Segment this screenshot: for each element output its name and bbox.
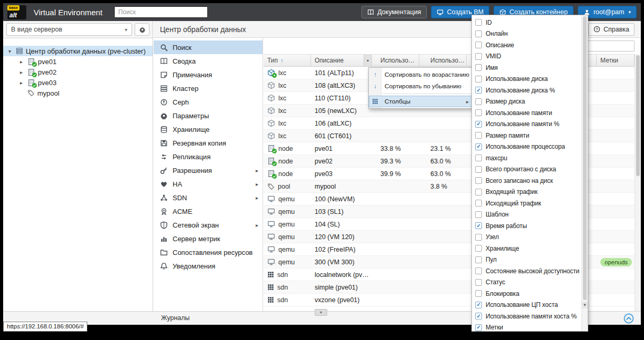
- column-toggle-item[interactable]: VMID: [472, 51, 581, 63]
- unchecked-checkbox[interactable]: [475, 166, 482, 173]
- scroll-down-button[interactable]: ▼: [582, 302, 588, 308]
- unchecked-checkbox[interactable]: [475, 211, 482, 218]
- unchecked-checkbox[interactable]: [475, 177, 482, 184]
- unchecked-checkbox[interactable]: [475, 234, 482, 241]
- nav-item-summary[interactable]: Сводка: [154, 54, 263, 68]
- unchecked-checkbox[interactable]: [475, 256, 482, 263]
- menu-item-sort-desc[interactable]: ↓Сортировать по убыванию: [369, 80, 474, 92]
- nav-item-replication[interactable]: Репликация: [154, 150, 263, 163]
- column-toggle-item[interactable]: ID: [472, 17, 581, 28]
- column-toggle-item[interactable]: Использование диска: [472, 74, 581, 85]
- nav-item-options[interactable]: Параметры: [154, 109, 263, 122]
- column-toggle-item[interactable]: ✓Метки: [472, 322, 581, 332]
- column-toggle-item[interactable]: Узел: [472, 232, 581, 243]
- tree-expander[interactable]: ▸: [18, 69, 25, 75]
- checked-checkbox[interactable]: ✓: [475, 302, 482, 308]
- nav-item-ha[interactable]: HA▸: [154, 177, 263, 191]
- view-mode-select[interactable]: В виде серверов ▾: [6, 23, 132, 36]
- column-toggle-item[interactable]: ✓Использование памяти хоста %: [472, 311, 581, 322]
- column-toggle-item[interactable]: Использование памяти: [472, 107, 581, 119]
- column-toggle-item[interactable]: Статус: [472, 277, 581, 289]
- tree-item-pve02[interactable]: ▸pve02: [3, 67, 153, 77]
- nav-item-sdn[interactable]: SDN▸: [154, 191, 263, 204]
- column-toggle-item[interactable]: Блокировка: [472, 288, 581, 300]
- column-header[interactable]: Тип↑: [264, 55, 311, 66]
- logs-panel-label[interactable]: Журналы: [161, 312, 190, 325]
- nav-item-ceph[interactable]: Ceph: [154, 95, 263, 109]
- checked-checkbox[interactable]: ✓: [475, 143, 482, 150]
- nav-item-notes[interactable]: Примечания: [154, 68, 263, 81]
- checked-checkbox[interactable]: ✓: [475, 313, 482, 320]
- scrollbar-thumb[interactable]: [583, 16, 587, 300]
- checked-checkbox[interactable]: ✓: [475, 121, 482, 128]
- column-toggle-item[interactable]: Исходящий трафик: [472, 198, 581, 209]
- documentation-button[interactable]: Документация: [361, 6, 427, 18]
- column-toggle-item[interactable]: ✓Использование ЦП хоста: [472, 300, 581, 311]
- nav-item-cluster[interactable]: Кластер: [154, 81, 263, 95]
- submenu-scrollbar[interactable]: ▼: [581, 15, 588, 331]
- tree-item-pve03[interactable]: ▸pve03: [3, 77, 153, 88]
- column-menu-trigger[interactable]: ▾: [364, 55, 371, 66]
- unchecked-checkbox[interactable]: [475, 64, 482, 71]
- unchecked-checkbox[interactable]: [475, 76, 482, 83]
- unchecked-checkbox[interactable]: [475, 132, 482, 139]
- column-header[interactable]: Метки: [597, 55, 635, 66]
- column-toggle-item[interactable]: Описание: [472, 39, 581, 51]
- nav-item-storage[interactable]: Хранилище: [154, 122, 263, 136]
- nav-item-backup[interactable]: Резервная копия: [154, 136, 263, 150]
- tree-item-pve01[interactable]: ▸pve01: [3, 56, 153, 67]
- tree-expander[interactable]: ▸: [18, 59, 25, 65]
- unchecked-checkbox[interactable]: [475, 200, 482, 207]
- nav-item-mappings[interactable]: Сопоставления ресурсов: [154, 245, 263, 259]
- tree-expander[interactable]: ▾: [6, 48, 13, 54]
- checked-checkbox[interactable]: ✓: [475, 222, 482, 229]
- column-toggle-item[interactable]: Шаблон: [472, 209, 581, 221]
- unchecked-checkbox[interactable]: [475, 53, 482, 60]
- global-search-input[interactable]: [114, 6, 208, 18]
- unchecked-checkbox[interactable]: [475, 30, 482, 37]
- unchecked-checkbox[interactable]: [475, 279, 482, 286]
- expand-logs-button[interactable]: [623, 313, 635, 324]
- tree-item-mypool[interactable]: mypool: [3, 88, 153, 98]
- column-header[interactable]: Использо…: [372, 55, 419, 66]
- scrollbar-thumb[interactable]: [636, 55, 640, 176]
- checked-checkbox[interactable]: ✓: [475, 324, 482, 331]
- unchecked-checkbox[interactable]: [475, 189, 482, 195]
- column-toggle-item[interactable]: Имя: [472, 62, 581, 74]
- help-button[interactable]: ? Справка: [588, 23, 635, 36]
- unchecked-checkbox[interactable]: [475, 19, 482, 26]
- column-toggle-item[interactable]: Состояние высокой доступности: [472, 265, 581, 277]
- column-toggle-item[interactable]: Онлайн: [472, 28, 581, 40]
- column-toggle-item[interactable]: ✓Использование процессора: [472, 141, 581, 153]
- column-toggle-item[interactable]: Входящий трафик: [472, 187, 581, 198]
- nav-item-notifications[interactable]: Уведомления: [154, 259, 263, 273]
- nav-item-firewall[interactable]: Сетевой экран▸: [154, 218, 263, 232]
- unchecked-checkbox[interactable]: [475, 267, 482, 274]
- unchecked-checkbox[interactable]: [475, 290, 482, 297]
- tree-expander[interactable]: ▸: [18, 80, 25, 86]
- nav-item-acme[interactable]: ACME: [154, 204, 263, 218]
- column-toggle-item[interactable]: Размер памяти: [472, 130, 581, 141]
- table-scrollbar[interactable]: [635, 54, 641, 311]
- menu-item-sort-asc[interactable]: ↑Сортировать по возрастанию: [369, 69, 474, 80]
- unchecked-checkbox[interactable]: [475, 154, 482, 161]
- table-filter-input[interactable]: [585, 40, 635, 51]
- checked-checkbox[interactable]: ✓: [475, 87, 482, 94]
- column-toggle-item[interactable]: Хранилище: [472, 243, 581, 254]
- column-toggle-item[interactable]: maxcpu: [472, 152, 581, 164]
- view-settings-button[interactable]: [135, 23, 149, 36]
- column-toggle-item[interactable]: ✓Использование диска %: [472, 85, 581, 96]
- nav-item-permissions[interactable]: Разрешения▸: [154, 163, 263, 177]
- unchecked-checkbox[interactable]: [475, 98, 482, 105]
- nav-item-search[interactable]: Поиск: [154, 40, 263, 54]
- splitter-collapse-handle[interactable]: ▾: [315, 309, 327, 316]
- unchecked-checkbox[interactable]: [475, 109, 482, 116]
- column-toggle-item[interactable]: ✓Использование памяти %: [472, 119, 581, 130]
- unchecked-checkbox[interactable]: [475, 42, 482, 48]
- column-header[interactable]: Использо…: [419, 55, 467, 66]
- column-toggle-item[interactable]: Пул: [472, 254, 581, 266]
- column-header[interactable]: Описание▾: [311, 55, 372, 66]
- nav-item-metrics[interactable]: Сервер метрик: [154, 232, 263, 245]
- unchecked-checkbox[interactable]: [475, 245, 482, 252]
- menu-item-columns[interactable]: Столбцы▸: [369, 96, 474, 107]
